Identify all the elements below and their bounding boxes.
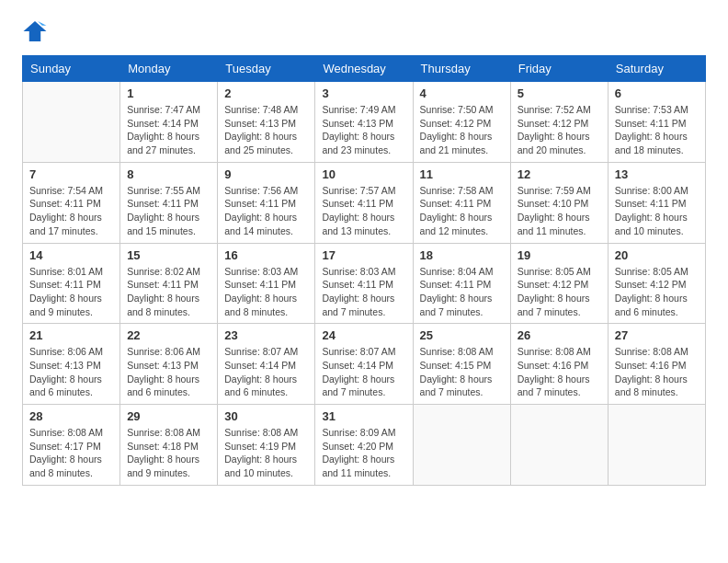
calendar-cell — [608, 405, 705, 486]
day-info: Sunrise: 8:08 AMSunset: 4:17 PMDaylight:… — [29, 426, 113, 480]
calendar-cell: 26Sunrise: 8:08 AMSunset: 4:16 PMDayligh… — [510, 324, 608, 405]
calendar-cell: 13Sunrise: 8:00 AMSunset: 4:11 PMDayligh… — [608, 162, 705, 243]
calendar-cell: 19Sunrise: 8:05 AMSunset: 4:12 PMDayligh… — [510, 243, 608, 324]
calendar-cell: 4Sunrise: 7:50 AMSunset: 4:12 PMDaylight… — [413, 82, 510, 163]
day-info: Sunrise: 7:47 AMSunset: 4:14 PMDaylight:… — [127, 103, 210, 157]
day-number: 13 — [615, 167, 699, 181]
day-info: Sunrise: 8:00 AMSunset: 4:11 PMDaylight:… — [615, 184, 699, 238]
calendar-cell: 17Sunrise: 8:03 AMSunset: 4:11 PMDayligh… — [315, 243, 413, 324]
calendar-cell: 20Sunrise: 8:05 AMSunset: 4:12 PMDayligh… — [608, 243, 705, 324]
day-info: Sunrise: 8:08 AMSunset: 4:18 PMDaylight:… — [127, 426, 210, 480]
calendar-cell — [510, 405, 608, 486]
day-info: Sunrise: 8:04 AMSunset: 4:11 PMDaylight:… — [420, 265, 504, 319]
calendar-cell: 28Sunrise: 8:08 AMSunset: 4:17 PMDayligh… — [23, 405, 120, 486]
day-number: 30 — [224, 409, 308, 423]
calendar-week-row: 1Sunrise: 7:47 AMSunset: 4:14 PMDaylight… — [23, 82, 706, 163]
calendar-cell: 14Sunrise: 8:01 AMSunset: 4:11 PMDayligh… — [23, 243, 120, 324]
day-number: 3 — [322, 86, 405, 100]
day-info: Sunrise: 7:57 AMSunset: 4:11 PMDaylight:… — [322, 184, 405, 238]
day-of-week-tuesday: Tuesday — [218, 56, 315, 82]
day-number: 24 — [322, 328, 405, 342]
day-info: Sunrise: 7:53 AMSunset: 4:11 PMDaylight:… — [615, 103, 699, 157]
day-number: 27 — [615, 328, 699, 342]
day-info: Sunrise: 8:07 AMSunset: 4:14 PMDaylight:… — [322, 345, 405, 399]
day-info: Sunrise: 8:01 AMSunset: 4:11 PMDaylight:… — [29, 265, 113, 319]
day-of-week-sunday: Sunday — [23, 56, 120, 82]
day-number: 1 — [127, 86, 210, 100]
day-number: 9 — [224, 167, 308, 181]
day-number: 5 — [518, 86, 601, 100]
day-number: 21 — [29, 328, 113, 342]
day-info: Sunrise: 7:55 AMSunset: 4:11 PMDaylight:… — [127, 184, 210, 238]
logo — [22, 18, 51, 44]
day-info: Sunrise: 7:52 AMSunset: 4:12 PMDaylight:… — [518, 103, 601, 157]
calendar-cell — [23, 82, 120, 163]
day-number: 23 — [224, 328, 308, 342]
day-info: Sunrise: 8:06 AMSunset: 4:13 PMDaylight:… — [127, 345, 210, 399]
calendar-week-row: 28Sunrise: 8:08 AMSunset: 4:17 PMDayligh… — [23, 405, 706, 486]
calendar: SundayMondayTuesdayWednesdayThursdayFrid… — [22, 55, 706, 486]
calendar-week-row: 21Sunrise: 8:06 AMSunset: 4:13 PMDayligh… — [23, 324, 706, 405]
day-number: 15 — [127, 248, 210, 262]
day-number: 25 — [420, 328, 504, 342]
day-info: Sunrise: 8:08 AMSunset: 4:15 PMDaylight:… — [420, 345, 504, 399]
calendar-cell: 29Sunrise: 8:08 AMSunset: 4:18 PMDayligh… — [120, 405, 218, 486]
day-number: 19 — [518, 248, 601, 262]
day-info: Sunrise: 8:07 AMSunset: 4:14 PMDaylight:… — [224, 345, 308, 399]
calendar-cell: 27Sunrise: 8:08 AMSunset: 4:16 PMDayligh… — [608, 324, 705, 405]
calendar-cell: 21Sunrise: 8:06 AMSunset: 4:13 PMDayligh… — [23, 324, 120, 405]
day-info: Sunrise: 7:56 AMSunset: 4:11 PMDaylight:… — [224, 184, 308, 238]
calendar-cell: 5Sunrise: 7:52 AMSunset: 4:12 PMDaylight… — [510, 82, 608, 163]
calendar-cell: 10Sunrise: 7:57 AMSunset: 4:11 PMDayligh… — [315, 162, 413, 243]
calendar-cell — [413, 405, 510, 486]
calendar-cell: 25Sunrise: 8:08 AMSunset: 4:15 PMDayligh… — [413, 324, 510, 405]
day-of-week-friday: Friday — [510, 56, 608, 82]
calendar-cell: 30Sunrise: 8:08 AMSunset: 4:19 PMDayligh… — [218, 405, 315, 486]
day-info: Sunrise: 8:03 AMSunset: 4:11 PMDaylight:… — [322, 265, 405, 319]
day-info: Sunrise: 7:49 AMSunset: 4:13 PMDaylight:… — [322, 103, 405, 157]
calendar-header-row: SundayMondayTuesdayWednesdayThursdayFrid… — [23, 56, 706, 82]
day-number: 6 — [615, 86, 699, 100]
calendar-week-row: 7Sunrise: 7:54 AMSunset: 4:11 PMDaylight… — [23, 162, 706, 243]
calendar-cell: 3Sunrise: 7:49 AMSunset: 4:13 PMDaylight… — [315, 82, 413, 163]
day-number: 11 — [420, 167, 504, 181]
calendar-cell: 15Sunrise: 8:02 AMSunset: 4:11 PMDayligh… — [120, 243, 218, 324]
calendar-cell: 12Sunrise: 7:59 AMSunset: 4:10 PMDayligh… — [510, 162, 608, 243]
day-number: 28 — [29, 409, 113, 423]
day-info: Sunrise: 8:05 AMSunset: 4:12 PMDaylight:… — [615, 265, 699, 319]
calendar-week-row: 14Sunrise: 8:01 AMSunset: 4:11 PMDayligh… — [23, 243, 706, 324]
day-info: Sunrise: 8:08 AMSunset: 4:19 PMDaylight:… — [224, 426, 308, 480]
day-number: 14 — [29, 248, 113, 262]
day-info: Sunrise: 8:05 AMSunset: 4:12 PMDaylight:… — [518, 265, 601, 319]
day-info: Sunrise: 8:08 AMSunset: 4:16 PMDaylight:… — [518, 345, 601, 399]
day-number: 17 — [322, 248, 405, 262]
day-number: 7 — [29, 167, 113, 181]
day-info: Sunrise: 8:02 AMSunset: 4:11 PMDaylight:… — [127, 265, 210, 319]
day-of-week-thursday: Thursday — [413, 56, 510, 82]
calendar-cell: 8Sunrise: 7:55 AMSunset: 4:11 PMDaylight… — [120, 162, 218, 243]
day-info: Sunrise: 7:50 AMSunset: 4:12 PMDaylight:… — [420, 103, 504, 157]
calendar-cell: 24Sunrise: 8:07 AMSunset: 4:14 PMDayligh… — [315, 324, 413, 405]
calendar-cell: 11Sunrise: 7:58 AMSunset: 4:11 PMDayligh… — [413, 162, 510, 243]
day-number: 12 — [518, 167, 601, 181]
calendar-cell: 18Sunrise: 8:04 AMSunset: 4:11 PMDayligh… — [413, 243, 510, 324]
day-number: 16 — [224, 248, 308, 262]
day-info: Sunrise: 7:54 AMSunset: 4:11 PMDaylight:… — [29, 184, 113, 238]
day-of-week-monday: Monday — [120, 56, 218, 82]
day-number: 10 — [322, 167, 405, 181]
calendar-cell: 23Sunrise: 8:07 AMSunset: 4:14 PMDayligh… — [218, 324, 315, 405]
day-info: Sunrise: 7:58 AMSunset: 4:11 PMDaylight:… — [420, 184, 504, 238]
day-number: 29 — [127, 409, 210, 423]
day-of-week-saturday: Saturday — [608, 56, 705, 82]
calendar-cell: 9Sunrise: 7:56 AMSunset: 4:11 PMDaylight… — [218, 162, 315, 243]
day-number: 26 — [518, 328, 601, 342]
calendar-cell: 7Sunrise: 7:54 AMSunset: 4:11 PMDaylight… — [23, 162, 120, 243]
calendar-cell: 31Sunrise: 8:09 AMSunset: 4:20 PMDayligh… — [315, 405, 413, 486]
day-number: 20 — [615, 248, 699, 262]
day-number: 31 — [322, 409, 405, 423]
day-info: Sunrise: 7:59 AMSunset: 4:10 PMDaylight:… — [518, 184, 601, 238]
logo-icon — [22, 18, 48, 44]
day-info: Sunrise: 8:08 AMSunset: 4:16 PMDaylight:… — [615, 345, 699, 399]
day-info: Sunrise: 8:09 AMSunset: 4:20 PMDaylight:… — [322, 426, 405, 480]
day-of-week-wednesday: Wednesday — [315, 56, 413, 82]
